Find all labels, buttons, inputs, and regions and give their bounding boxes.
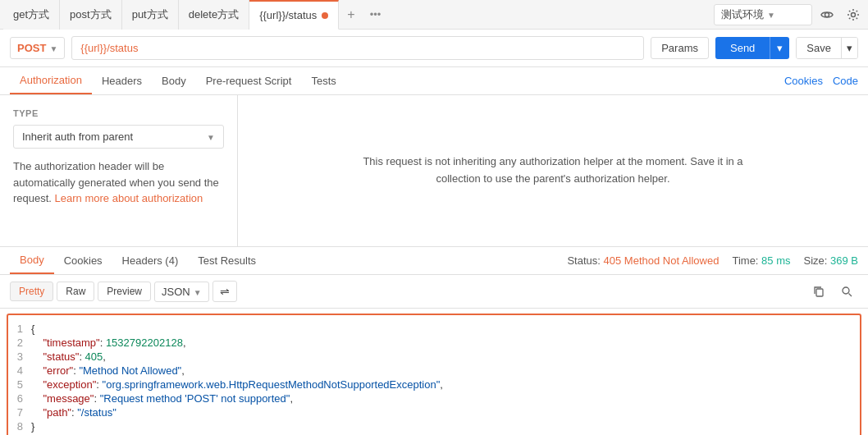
format-chevron-icon [194, 286, 202, 298]
line-num-7: 7 [8, 406, 31, 419]
code-line-1: 1 { [8, 322, 860, 336]
code-view: 1 { 2 "timestamp": 1532792202128, 3 "sta… [7, 314, 861, 435]
line-content-6: "message": "Request method 'POST' not su… [31, 392, 293, 405]
response-header: Body Cookies Headers (4) Test Results St… [0, 247, 868, 275]
method-label: POST [17, 42, 46, 54]
pretty-button[interactable]: Pretty [10, 282, 53, 301]
response-tab-headers[interactable]: Headers (4) [112, 248, 189, 273]
sub-nav-tests[interactable]: Tests [301, 68, 345, 94]
env-name: 测试环境 [721, 7, 764, 22]
response-status: Status: 405 Method Not Allowed Time: 85 … [567, 254, 858, 267]
code-line-2: 2 "timestamp": 1532792202128, [8, 336, 860, 350]
send-dropdown-button[interactable]: ▾ [770, 37, 789, 59]
code-line-7: 7 "path": "/status" [8, 405, 860, 419]
raw-button[interactable]: Raw [57, 282, 94, 301]
preview-button[interactable]: Preview [98, 282, 151, 301]
tab-post[interactable]: post方式 [60, 0, 122, 30]
tab-put[interactable]: put方式 [122, 0, 179, 30]
line-num-6: 6 [8, 392, 31, 405]
learn-more-link[interactable]: Learn more about authorization [55, 192, 203, 204]
svg-rect-2 [816, 289, 823, 296]
settings-icon-button[interactable] [842, 3, 865, 26]
code-line-5: 5 "exception": "org.springframework.web.… [8, 378, 860, 392]
format-value: JSON [162, 286, 190, 298]
auth-panel: TYPE Inherit auth from parent The author… [0, 95, 238, 246]
time-label: Time: 85 ms [732, 254, 790, 267]
code-line-6: 6 "message": "Request method 'POST' not … [8, 392, 860, 405]
tab-post-label: post方式 [70, 7, 112, 22]
eye-icon [820, 8, 834, 21]
line-content-7: "path": "/status" [31, 406, 116, 419]
sub-nav-body[interactable]: Body [152, 68, 196, 94]
save-group: Save ▾ [796, 37, 858, 59]
sub-nav-pre-request[interactable]: Pre-request Script [196, 68, 302, 94]
tab-get[interactable]: get方式 [3, 0, 60, 30]
method-selector[interactable]: POST [10, 37, 65, 59]
auth-message: This request is not inheriting any autho… [348, 153, 758, 188]
response-tab-body[interactable]: Body [10, 247, 54, 274]
environment-selector[interactable]: 测试环境 [714, 4, 812, 25]
tab-get-label: get方式 [13, 7, 49, 22]
time-value: 85 ms [761, 254, 790, 267]
tab-status[interactable]: {{url}}/status [249, 0, 339, 30]
line-num-8: 8 [8, 420, 31, 433]
gear-icon [847, 8, 860, 21]
code-line-3: 3 "status": 405, [8, 350, 860, 364]
sub-nav-authorization[interactable]: Authorization [10, 67, 92, 94]
send-group: Send ▾ [715, 37, 789, 59]
line-num-5: 5 [8, 378, 31, 391]
params-button[interactable]: Params [651, 37, 709, 59]
svg-point-3 [843, 287, 849, 294]
auth-right-panel: This request is not inheriting any autho… [238, 95, 868, 246]
response-tab-cookies[interactable]: Cookies [54, 248, 112, 273]
tab-delete[interactable]: delete方式 [179, 0, 249, 30]
line-content-4: "error": "Method Not Allowed", [31, 364, 185, 377]
auth-type-dropdown[interactable]: Inherit auth from parent [13, 125, 224, 149]
method-chevron-icon [49, 42, 57, 54]
cookies-link[interactable]: Cookies [784, 75, 823, 87]
response-toolbar: Pretty Raw Preview JSON ⇌ [0, 275, 868, 309]
url-input[interactable] [71, 36, 644, 60]
svg-line-4 [849, 294, 852, 297]
auth-description: The authorization header will be automat… [13, 158, 224, 207]
auth-dropdown-chevron-icon [207, 130, 215, 143]
line-num-4: 4 [8, 364, 31, 377]
tab-put-label: put方式 [132, 7, 168, 22]
status-value: 405 Method Not Allowed [604, 254, 720, 267]
sub-nav-right: Cookies Code [784, 75, 858, 87]
code-link[interactable]: Code [833, 75, 858, 87]
copy-icon-button[interactable] [807, 280, 830, 303]
svg-point-1 [852, 12, 856, 16]
sub-nav: Authorization Headers Body Pre-request S… [0, 67, 868, 95]
line-num-2: 2 [8, 337, 31, 349]
line-num-3: 3 [8, 350, 31, 363]
wrap-button[interactable]: ⇌ [212, 281, 237, 302]
copy-icon [813, 286, 825, 297]
tab-delete-label: delete方式 [189, 7, 239, 22]
line-content-3: "status": 405, [31, 350, 106, 363]
search-icon [841, 286, 852, 297]
response-tab-test-results[interactable]: Test Results [188, 248, 266, 273]
search-icon-button[interactable] [835, 280, 858, 303]
sub-nav-headers[interactable]: Headers [92, 68, 152, 94]
auth-type-value: Inherit auth from parent [22, 130, 133, 143]
eye-icon-button[interactable] [815, 3, 838, 26]
send-button[interactable]: Send [715, 37, 770, 59]
status-label: Status: 405 Method Not Allowed [567, 254, 719, 267]
add-tab-button[interactable]: + [339, 7, 363, 22]
code-line-4: 4 "error": "Method Not Allowed", [8, 364, 860, 378]
line-content-2: "timestamp": 1532792202128, [31, 337, 186, 349]
line-content-1: { [31, 323, 34, 335]
type-label: TYPE [13, 108, 224, 118]
size-label: Size: 369 B [804, 254, 859, 267]
line-num-1: 1 [8, 323, 31, 335]
env-chevron-icon [767, 8, 775, 21]
main-content: TYPE Inherit auth from parent The author… [0, 95, 868, 247]
save-button[interactable]: Save [797, 38, 841, 58]
format-selector[interactable]: JSON [154, 282, 209, 302]
more-tabs-button[interactable]: ••• [363, 8, 388, 21]
line-content-5: "exception": "org.springframework.web.Ht… [31, 378, 443, 391]
tab-bar: get方式 post方式 put方式 delete方式 {{url}}/stat… [0, 0, 868, 30]
tab-status-label: {{url}}/status [259, 9, 317, 21]
save-dropdown-button[interactable]: ▾ [841, 38, 857, 58]
